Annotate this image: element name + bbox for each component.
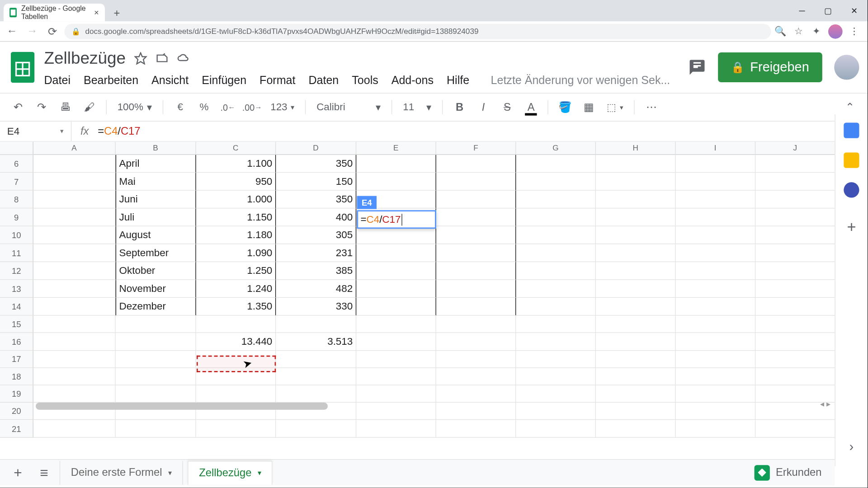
increase-decimal-button[interactable]: .00→ [242,98,262,117]
cell[interactable] [676,385,756,403]
comments-icon[interactable] [688,58,706,76]
cell[interactable] [596,244,676,262]
cell[interactable] [676,155,756,173]
paint-format-button[interactable]: 🖌 [80,98,99,117]
cell[interactable] [676,298,756,316]
add-sheet-button[interactable]: + [7,462,28,483]
cell[interactable] [516,244,596,262]
cell[interactable] [33,226,116,244]
col-header-E[interactable]: E [356,142,436,155]
cell[interactable] [116,333,196,351]
cell[interactable]: 950 [196,173,276,191]
cell[interactable] [33,280,116,298]
tasks-icon[interactable] [844,182,859,197]
cell[interactable] [436,316,516,333]
zoom-icon[interactable]: 🔍 [774,25,786,37]
cell[interactable] [356,333,436,351]
cell[interactable] [755,173,835,191]
cell[interactable] [436,333,516,351]
cell[interactable] [755,351,835,368]
text-color-button[interactable]: A [522,98,541,117]
cell[interactable] [196,316,276,333]
star-icon[interactable]: ☆ [793,25,804,37]
name-box[interactable]: E4▾ [0,122,71,141]
cell[interactable]: 482 [276,280,356,298]
col-header-G[interactable]: G [516,142,596,155]
cell[interactable] [516,173,596,191]
cell[interactable]: 3.513 [276,333,356,351]
col-header-A[interactable]: A [33,142,116,155]
cell[interactable] [516,368,596,385]
row-header[interactable]: 16 [0,333,33,351]
row-header[interactable]: 12 [0,262,33,280]
cell[interactable] [356,155,436,173]
cell[interactable] [436,403,516,420]
cell[interactable] [356,262,436,280]
cloud-status-icon[interactable] [177,52,190,65]
star-icon[interactable] [134,52,147,65]
row-header[interactable]: 11 [0,244,33,262]
cell[interactable] [676,208,756,226]
cell[interactable] [755,280,835,298]
cell[interactable] [676,420,756,438]
cell[interactable] [755,316,835,333]
cell[interactable] [755,155,835,173]
row-header[interactable]: 13 [0,280,33,298]
cell[interactable] [436,226,516,244]
cell[interactable] [356,173,436,191]
cell[interactable] [676,226,756,244]
cell[interactable] [116,385,196,403]
cell[interactable] [276,316,356,333]
cell[interactable]: 1.180 [196,226,276,244]
cell[interactable] [436,420,516,438]
redo-button[interactable]: ↷ [32,98,51,117]
row-header[interactable]: 17 [0,351,33,368]
cell[interactable] [755,262,835,280]
cell[interactable] [196,385,276,403]
row-header[interactable]: 6 [0,155,33,173]
cell[interactable] [436,385,516,403]
cell[interactable] [276,368,356,385]
cell[interactable] [33,298,116,316]
cell[interactable]: 1.250 [196,262,276,280]
cell[interactable]: 1.240 [196,280,276,298]
cell[interactable] [33,244,116,262]
cell[interactable] [436,244,516,262]
cell[interactable] [33,351,116,368]
share-button[interactable]: 🔒 Freigeben [718,52,822,82]
cell[interactable]: 1.350 [196,298,276,316]
cell[interactable] [676,403,756,420]
extensions-icon[interactable]: ✦ [810,25,822,37]
menu-addons[interactable]: Add-ons [392,74,434,87]
cell[interactable] [356,316,436,333]
cell[interactable] [596,298,676,316]
percent-button[interactable]: % [194,98,213,117]
col-header-I[interactable]: I [676,142,756,155]
cell[interactable] [516,316,596,333]
sheet-tab-active[interactable]: Zellbezüge▾ [188,460,272,484]
spreadsheet-grid[interactable]: A B C D E F G H I J 6April1.1003507Mai95… [0,142,868,438]
cell[interactable] [436,262,516,280]
cell[interactable] [755,208,835,226]
formula-input[interactable]: =C4/C17 [98,125,868,138]
menu-hilfe[interactable]: Hilfe [447,74,469,87]
menu-daten[interactable]: Daten [308,74,339,87]
row-header[interactable]: 20 [0,403,33,420]
cell[interactable] [755,420,835,438]
cell[interactable] [516,385,596,403]
cell[interactable] [516,208,596,226]
cell[interactable]: 400 [276,208,356,226]
collapse-toolbar-button[interactable]: ⌃ [840,98,859,117]
row-header[interactable]: 7 [0,173,33,191]
cell[interactable]: 330 [276,298,356,316]
last-edit-text[interactable]: Letzte Änderung vor wenigen Sek... [491,74,670,87]
cell[interactable] [356,385,436,403]
cell-editor[interactable]: E4 =C4/C17 [357,210,436,229]
number-format-select[interactable]: 123▾ [267,101,298,113]
currency-button[interactable]: € [171,98,190,117]
cell[interactable] [676,316,756,333]
cell[interactable] [596,420,676,438]
cell[interactable] [516,403,596,420]
cell[interactable] [516,191,596,209]
cell[interactable] [276,420,356,438]
